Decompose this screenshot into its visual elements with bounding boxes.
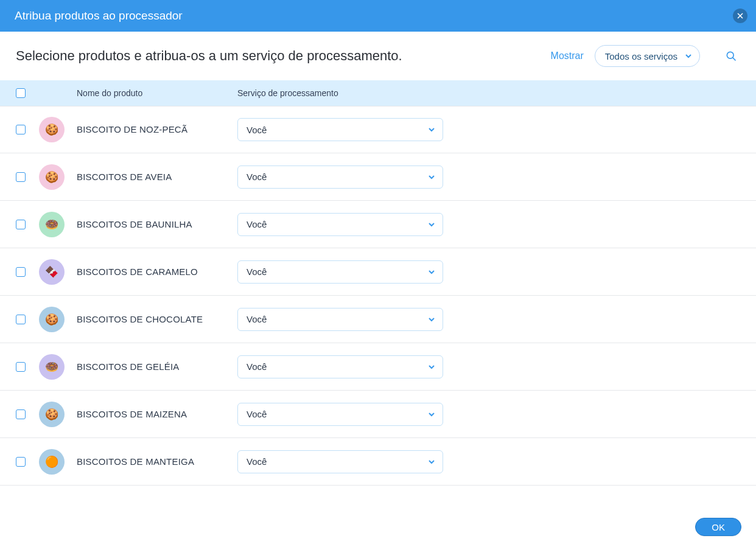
product-name: BISCOITO DE NOZ-PECÃ <box>77 124 187 134</box>
service-filter-select[interactable]: Todos os serviços <box>595 45 700 67</box>
row-checkbox[interactable] <box>16 457 26 467</box>
chevron-down-icon <box>428 221 435 228</box>
product-name: BISCOITOS DE AVEIA <box>77 172 172 182</box>
product-thumbnail: 🍪 <box>39 307 65 332</box>
product-name: BISCOITOS DE CARAMELO <box>77 267 198 277</box>
table-row: 🍩 BISCOITOS DE BAUNILHA Você <box>0 201 756 248</box>
close-button[interactable] <box>733 9 747 23</box>
chevron-down-icon <box>428 411 435 418</box>
product-name: BISCOITOS DE MAIZENA <box>77 409 187 419</box>
chevron-down-icon <box>428 126 435 133</box>
row-checkbox[interactable] <box>16 315 26 324</box>
dialog-title: Atribua produtos ao processador <box>15 9 183 23</box>
service-filter-value: Todos os serviços <box>605 51 677 61</box>
row-checkbox[interactable] <box>16 409 26 419</box>
product-thumbnail: 🍩 <box>39 212 65 237</box>
table-header: Nome do produto Serviço de processamento <box>0 80 756 106</box>
table-row: 🍪 BISCOITOS DE AVEIA Você <box>0 153 756 201</box>
service-select-value: Você <box>247 219 267 229</box>
show-label: Mostrar <box>551 51 584 61</box>
product-thumbnail: 🍫 <box>39 259 65 285</box>
chevron-down-icon <box>685 52 692 60</box>
close-icon <box>737 13 743 19</box>
service-select-value: Você <box>247 172 267 182</box>
chevron-down-icon <box>428 458 435 465</box>
search-icon <box>725 50 737 62</box>
instruction-text: Selecione produtos e atribua-os a um ser… <box>16 48 540 64</box>
product-thumbnail: 🍪 <box>39 117 65 142</box>
product-thumbnail: 🍪 <box>39 164 65 190</box>
toolbar: Selecione produtos e atribua-os a um ser… <box>0 32 756 80</box>
service-select[interactable]: Você <box>237 118 443 141</box>
product-thumbnail: 🍩 <box>39 354 65 380</box>
product-thumbnail: 🟠 <box>39 449 65 475</box>
product-name: BISCOITOS DE CHOCOLATE <box>77 314 203 324</box>
ok-button[interactable]: OK <box>695 518 741 536</box>
service-select[interactable]: Você <box>237 308 443 331</box>
table-row: 🟠 BISCOITOS DE MANTEIGA Você <box>0 438 756 486</box>
column-header-service: Serviço de processamento <box>237 88 740 98</box>
chevron-down-icon <box>428 173 435 181</box>
svg-line-1 <box>733 58 736 61</box>
table-row: 🍫 BISCOITOS DE CARAMELO Você <box>0 248 756 296</box>
product-name: BISCOITOS DE MANTEIGA <box>77 456 194 467</box>
service-select-value: Você <box>247 314 267 324</box>
row-checkbox[interactable] <box>16 362 26 372</box>
service-select-value: Você <box>247 456 267 467</box>
chevron-down-icon <box>428 363 435 371</box>
service-select[interactable]: Você <box>237 213 443 236</box>
service-select[interactable]: Você <box>237 355 443 378</box>
row-checkbox[interactable] <box>16 125 26 134</box>
svg-point-0 <box>727 52 733 58</box>
select-all-checkbox[interactable] <box>16 88 26 98</box>
row-checkbox[interactable] <box>16 172 26 182</box>
service-select[interactable]: Você <box>237 260 443 284</box>
table-row: 🍪 BISCOITO DE NOZ-PECÃ Você <box>0 106 756 153</box>
service-select-value: Você <box>247 267 267 277</box>
service-select-value: Você <box>247 361 267 372</box>
product-thumbnail: 🍪 <box>39 402 65 427</box>
search-button[interactable] <box>722 47 740 65</box>
service-select-value: Você <box>247 125 267 135</box>
row-checkbox[interactable] <box>16 267 26 277</box>
table-row: 🍩 BISCOITOS DE GELÉIA Você <box>0 343 756 391</box>
table-row: 🍪 BISCOITOS DE CHOCOLATE Você <box>0 296 756 343</box>
dialog-footer: OK <box>0 507 756 547</box>
column-header-name: Nome do produto <box>77 88 237 98</box>
service-select[interactable]: Você <box>237 403 443 426</box>
table-row: 🍪 BISCOITOS DE MAIZENA Você <box>0 391 756 438</box>
service-select-value: Você <box>247 409 267 419</box>
chevron-down-icon <box>428 268 435 276</box>
service-select[interactable]: Você <box>237 165 443 189</box>
row-checkbox[interactable] <box>16 220 26 229</box>
chevron-down-icon <box>428 316 435 323</box>
product-name: BISCOITOS DE BAUNILHA <box>77 219 192 229</box>
product-name: BISCOITOS DE GELÉIA <box>77 361 180 372</box>
ok-button-label: OK <box>712 522 725 532</box>
table-rows: 🍪 BISCOITO DE NOZ-PECÃ Você 🍪 BISCOITOS … <box>0 106 756 486</box>
service-select[interactable]: Você <box>237 450 443 473</box>
dialog-header: Atribua produtos ao processador <box>0 0 756 32</box>
